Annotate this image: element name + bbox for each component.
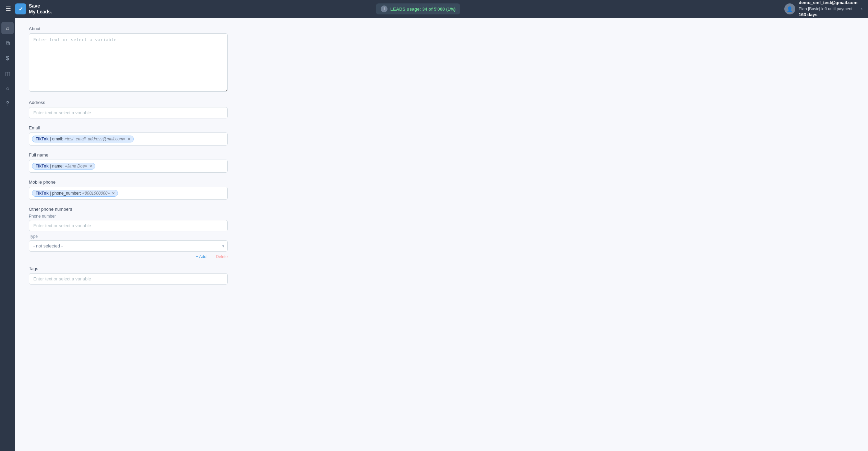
content-inner: About Address Email TikTok | email: «tes…	[15, 18, 324, 300]
mobilephone-tag-chip: TikTok | phone_number: «8001000000» ✕	[32, 190, 118, 197]
email-tag-remove[interactable]: ✕	[128, 137, 131, 141]
fullname-tag-chip: TikTok | name: «Jane Doe» ✕	[32, 163, 95, 170]
header-left: ☰ ✓ Save My Leads.	[5, 3, 52, 15]
email-tag-input[interactable]: TikTok | email: «test_email_address@mail…	[29, 132, 228, 146]
hamburger-icon[interactable]: ☰	[5, 5, 11, 13]
address-label: Address	[29, 100, 310, 105]
about-input[interactable]	[29, 33, 228, 92]
fullname-section: Full name TikTok | name: «Jane Doe» ✕	[29, 152, 310, 173]
phone-group: Phone number	[29, 214, 310, 231]
type-group: Type - not selected - Mobile Home Work O…	[29, 234, 310, 252]
mobilephone-tag-input[interactable]: TikTok | phone_number: «8001000000» ✕	[29, 187, 228, 200]
logo-text: Save My Leads.	[29, 3, 52, 15]
delete-button[interactable]: — Delete	[211, 254, 228, 259]
header-right: 👤 demo_sml_test@gmail.com Plan |Basic| l…	[784, 0, 863, 18]
phone-number-sublabel: Phone number	[29, 214, 310, 219]
address-section: Address	[29, 100, 310, 118]
fullname-tag-input[interactable]: TikTok | name: «Jane Doe» ✕	[29, 160, 228, 173]
about-section: About	[29, 26, 310, 93]
tags-section: Tags	[29, 266, 310, 285]
main-layout: ⌂ ⧉ $ ◫ ○ ? About Address Email	[0, 18, 868, 451]
tags-input[interactable]	[29, 273, 228, 285]
address-input[interactable]	[29, 107, 228, 118]
fullname-tag-remove[interactable]: ✕	[89, 164, 92, 169]
mobilephone-section: Mobile phone TikTok | phone_number: «800…	[29, 180, 310, 200]
email-tag-chip: TikTok | email: «test_email_address@mail…	[32, 136, 134, 142]
about-label: About	[29, 26, 310, 31]
chevron-right-icon: ›	[861, 6, 863, 12]
phone-number-input[interactable]	[29, 220, 228, 231]
email-label: Email	[29, 125, 310, 130]
sidebar-item-billing[interactable]: $	[1, 52, 14, 65]
info-icon: i	[381, 5, 388, 12]
type-sublabel: Type	[29, 234, 310, 239]
sidebar-item-flows[interactable]: ⧉	[1, 37, 14, 49]
leads-usage-text: LEADS usage: 34 of 5'000 (1%)	[390, 7, 455, 12]
sidebar-item-home[interactable]: ⌂	[1, 22, 14, 34]
mobilephone-label: Mobile phone	[29, 180, 310, 185]
sidebar-item-profile[interactable]: ○	[1, 82, 14, 95]
content-area: About Address Email TikTok | email: «tes…	[15, 18, 868, 451]
type-select-container: - not selected - Mobile Home Work Other …	[29, 240, 228, 252]
sidebar-item-help[interactable]: ?	[1, 97, 14, 110]
header: ☰ ✓ Save My Leads. i LEADS usage: 34 of …	[0, 0, 868, 18]
sidebar-item-templates[interactable]: ◫	[1, 67, 14, 80]
action-row: + Add — Delete	[29, 254, 228, 259]
logo-check-icon: ✓	[15, 3, 26, 14]
user-avatar: 👤	[784, 3, 795, 14]
email-section: Email TikTok | email: «test_email_addres…	[29, 125, 310, 146]
other-phones-label: Other phone numbers	[29, 207, 310, 212]
fullname-label: Full name	[29, 152, 310, 158]
tags-label: Tags	[29, 266, 310, 271]
type-select[interactable]: - not selected - Mobile Home Work Other	[29, 240, 228, 252]
other-phones-section: Other phone numbers Phone number Type - …	[29, 207, 310, 259]
sidebar: ⌂ ⧉ $ ◫ ○ ?	[0, 18, 15, 451]
logo-area: ✓ Save My Leads.	[15, 3, 52, 15]
leads-usage-widget: i LEADS usage: 34 of 5'000 (1%)	[376, 3, 460, 14]
add-button[interactable]: + Add	[196, 254, 206, 259]
user-info: demo_sml_test@gmail.com Plan |Basic| lef…	[799, 0, 858, 18]
mobilephone-tag-remove[interactable]: ✕	[112, 191, 115, 196]
